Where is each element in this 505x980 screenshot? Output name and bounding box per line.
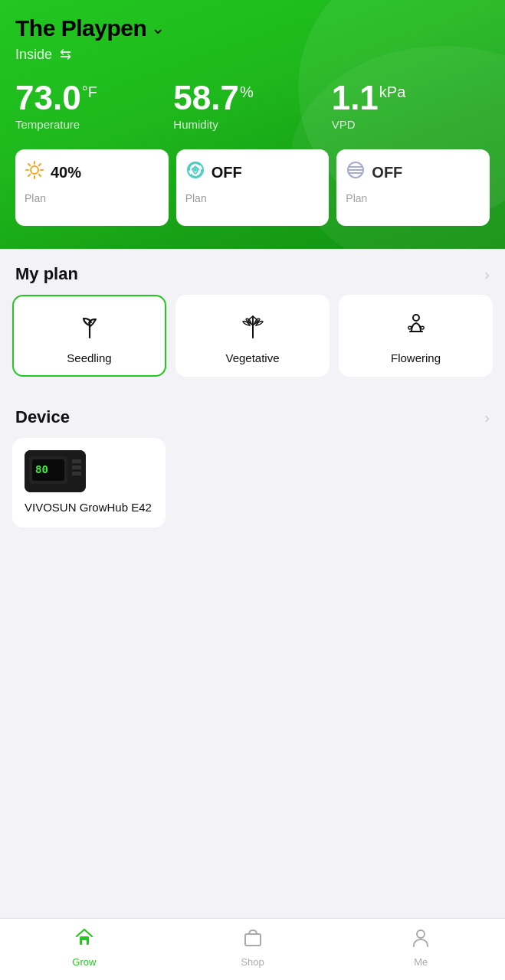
vpd-icon <box>346 160 366 185</box>
svg-point-17 <box>413 315 419 321</box>
fan-card-top: OFF <box>185 160 320 185</box>
my-plan-title: My plan <box>15 264 78 284</box>
temperature-unit: °F <box>82 84 97 100</box>
vpd-unit: kPa <box>379 84 405 100</box>
svg-rect-25 <box>72 472 81 475</box>
flowering-label: Flowering <box>391 351 441 364</box>
humidity-label: Humidity <box>173 118 331 131</box>
humidity-value: 58.7% <box>173 81 331 115</box>
temperature-metric: 73.0°F Temperature <box>15 81 173 131</box>
svg-line-7 <box>28 175 30 176</box>
metrics-row: 73.0°F Temperature 58.7% Humidity 1.1kPa… <box>15 81 490 131</box>
nav-me[interactable]: Me <box>336 926 505 968</box>
plan-card-seedling[interactable]: Seedling <box>12 295 166 377</box>
location-label: Inside <box>15 47 52 63</box>
flowering-icon <box>402 310 431 342</box>
vpd-control-label: Plan <box>346 192 480 204</box>
my-plan-chevron[interactable]: › <box>484 266 490 283</box>
svg-point-0 <box>31 166 38 174</box>
temperature-value: 73.0°F <box>15 81 173 115</box>
temperature-label: Temperature <box>15 118 173 131</box>
nav-shop[interactable]: Shop <box>169 926 337 968</box>
fan-label: Plan <box>185 192 320 204</box>
svg-text:80: 80 <box>35 463 48 475</box>
plan-cards: Seedling Vegetative <box>0 295 505 392</box>
control-cards: 40% Plan <box>15 149 490 226</box>
svg-rect-27 <box>82 940 87 945</box>
vpd-control-value: OFF <box>372 164 402 181</box>
nav-grow[interactable]: Grow <box>0 926 169 968</box>
shop-icon <box>242 926 264 953</box>
fan-icon <box>185 160 205 185</box>
light-card-top: 40% <box>25 160 159 185</box>
fan-value: OFF <box>212 164 242 181</box>
svg-line-5 <box>28 164 30 165</box>
vegetative-label: Vegetative <box>225 351 279 364</box>
swap-icon[interactable]: ⇆ <box>60 46 71 63</box>
shop-label: Shop <box>241 956 264 968</box>
fan-card[interactable]: OFF Plan <box>176 149 330 226</box>
seedling-label: Seedling <box>67 351 111 364</box>
device-section: Device › 80 VIVOSUN GrowHub <box>0 392 505 543</box>
header: The Playpen ⌄ Inside ⇆ 73.0°F Temperatur… <box>0 0 505 249</box>
device-card-growhub[interactable]: 80 VIVOSUN GrowHub E42 <box>12 438 166 528</box>
device-name: VIVOSUN GrowHub E42 <box>25 500 153 515</box>
light-value: 40% <box>51 164 81 181</box>
humidity-unit: % <box>240 84 254 100</box>
me-label: Me <box>414 956 428 968</box>
grow-home-icon <box>74 926 95 953</box>
dropdown-chevron[interactable]: ⌄ <box>151 18 165 38</box>
title-row[interactable]: The Playpen ⌄ <box>15 15 490 41</box>
sun-icon <box>25 160 44 185</box>
vpd-label: VPD <box>332 118 490 131</box>
svg-rect-28 <box>245 934 261 946</box>
light-label: Plan <box>25 192 159 204</box>
vpd-metric: 1.1kPa VPD <box>332 81 490 131</box>
humidity-metric: 58.7% Humidity <box>173 81 331 131</box>
location-row: Inside ⇆ <box>15 46 490 63</box>
vegetative-icon <box>238 310 267 342</box>
device-section-header: Device › <box>0 392 505 438</box>
main-content: My plan › Seedling <box>0 249 505 604</box>
me-icon <box>410 926 431 953</box>
plan-card-vegetative[interactable]: Vegetative <box>175 295 330 377</box>
svg-rect-23 <box>72 459 81 463</box>
svg-point-11 <box>348 162 363 178</box>
device-chevron[interactable]: › <box>484 409 490 426</box>
vpd-card-top: OFF <box>346 160 480 185</box>
device-title: Device <box>15 407 70 427</box>
seedling-icon <box>75 310 104 342</box>
grow-label: Grow <box>72 956 96 968</box>
plan-card-flowering[interactable]: Flowering <box>339 295 493 377</box>
svg-line-6 <box>39 175 41 176</box>
vpd-card[interactable]: OFF Plan <box>336 149 490 226</box>
svg-line-8 <box>39 164 41 165</box>
app-title: The Playpen <box>15 15 146 41</box>
vpd-value: 1.1kPa <box>332 81 490 115</box>
svg-rect-24 <box>72 466 81 469</box>
device-image: 80 <box>25 450 86 492</box>
svg-point-29 <box>417 930 425 938</box>
my-plan-section-header: My plan › <box>0 249 505 295</box>
svg-point-10 <box>194 168 197 172</box>
bottom-nav: Grow Shop Me <box>0 918 505 980</box>
light-card[interactable]: 40% Plan <box>15 149 169 226</box>
